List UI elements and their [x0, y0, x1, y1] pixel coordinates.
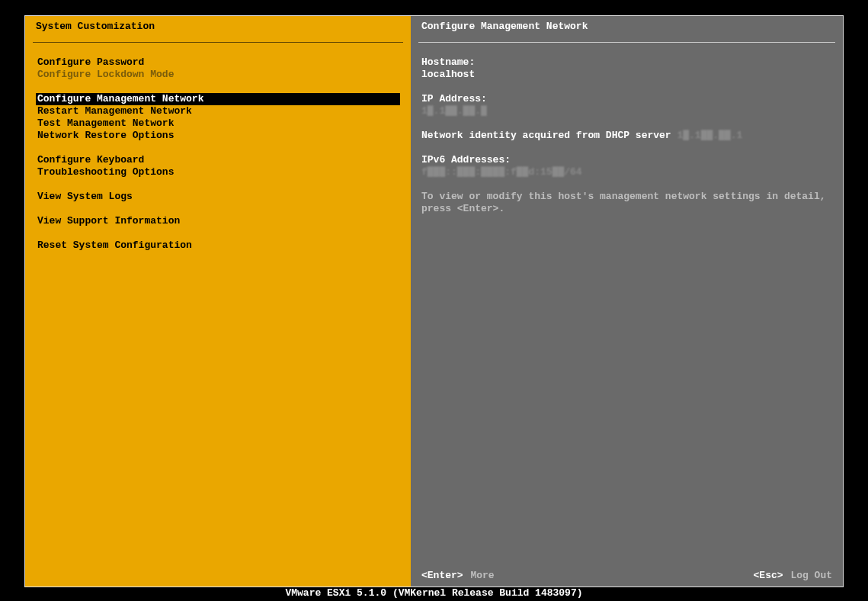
menu-item[interactable]: Configure Password — [36, 56, 400, 69]
enter-key: <Enter> — [421, 570, 463, 581]
footer-esc[interactable]: <Esc> Log Out — [754, 570, 832, 581]
menu-item[interactable]: Reset System Configuration — [36, 239, 400, 252]
menu-item[interactable]: Restart Management Network — [36, 105, 400, 117]
ipv6-value: f███::███:████:f██d:15██/64 — [421, 166, 832, 178]
dhcp-line: Network identity acquired from DHCP serv… — [421, 130, 832, 142]
dcui-console: System Customization Configure PasswordC… — [24, 15, 844, 587]
menu-item[interactable]: Test Management Network — [36, 117, 400, 130]
menu-group: Configure PasswordConfigure Lockdown Mod… — [36, 56, 400, 81]
esc-key: <Esc> — [754, 570, 783, 581]
dhcp-server: 1█.1██.██.1 — [677, 130, 742, 141]
left-pane-title: System Customization — [25, 16, 411, 37]
footer-enter[interactable]: <Enter> More — [421, 570, 495, 581]
ip-label: IP Address: — [421, 93, 832, 105]
product-line: VMware ESXi 5.1.0 (VMKernel Release Buil… — [0, 587, 868, 599]
right-pane-title: Configure Management Network — [411, 16, 843, 37]
help-text: To view or modify this host's management… — [421, 191, 832, 215]
menu-group: View System Logs — [36, 191, 400, 203]
hostname-label: Hostname: — [421, 56, 832, 69]
ipv6-label: IPv6 Addresses: — [421, 154, 832, 166]
menu-group: Configure Management NetworkRestart Mana… — [36, 93, 400, 142]
detail-block: Hostname: localhost IP Address: 1█.1██.█… — [411, 43, 843, 215]
ip-value: 1█.1██.██.█ — [421, 105, 832, 117]
menu-group: View Support Information — [36, 215, 400, 227]
menu-group: Configure KeyboardTroubleshooting Option… — [36, 154, 400, 178]
right-pane: Configure Management Network Hostname: l… — [411, 16, 843, 587]
enter-action: More — [470, 570, 494, 581]
esc-action: Log Out — [790, 570, 832, 581]
dhcp-prefix: Network identity acquired from DHCP serv… — [421, 130, 677, 141]
menu-list: Configure PasswordConfigure Lockdown Mod… — [25, 43, 411, 252]
menu-item[interactable]: View System Logs — [36, 191, 400, 203]
left-pane: System Customization Configure PasswordC… — [25, 16, 411, 587]
menu-item[interactable]: Configure Keyboard — [36, 154, 400, 166]
menu-item[interactable]: Network Restore Options — [36, 130, 400, 142]
hostname-value: localhost — [421, 69, 832, 81]
footer-bar: <Enter> More <Esc> Log Out — [411, 564, 843, 587]
menu-item[interactable]: View Support Information — [36, 215, 400, 227]
menu-item: Configure Lockdown Mode — [36, 69, 400, 81]
menu-item[interactable]: Configure Management Network — [36, 93, 400, 105]
menu-group: Reset System Configuration — [36, 239, 400, 252]
menu-item[interactable]: Troubleshooting Options — [36, 166, 400, 178]
